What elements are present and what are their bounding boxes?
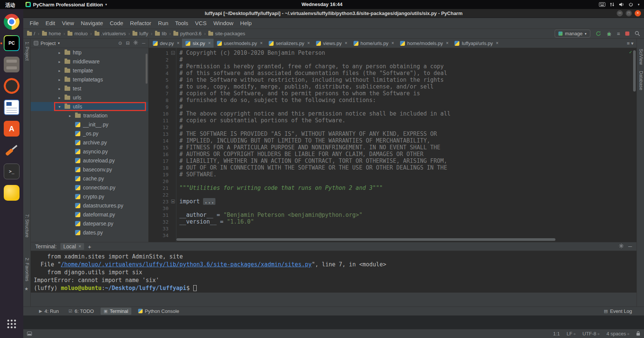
breadcrumb-item-site-packages[interactable]: site-packages bbox=[208, 31, 245, 36]
chevron-down-icon[interactable]: ▾ bbox=[638, 3, 639, 6]
keyboard-icon[interactable] bbox=[599, 2, 605, 7]
menu-item-help[interactable]: Help bbox=[237, 18, 255, 29]
chrome-icon[interactable] bbox=[3, 13, 20, 30]
inspection-status-icon[interactable]: ✓ bbox=[629, 49, 632, 55]
breadcrumb-item-[interactable]: / bbox=[27, 31, 35, 36]
toolwindow-4-run[interactable]: ▶4: Run bbox=[36, 308, 62, 315]
stop-button[interactable] bbox=[625, 32, 629, 36]
tab-six-py[interactable]: six.py× bbox=[182, 39, 213, 48]
activities-button[interactable]: 活动 bbox=[0, 0, 20, 9]
menu-item-vcs[interactable]: VCS bbox=[192, 18, 210, 29]
tab-close-icon[interactable]: × bbox=[177, 41, 179, 46]
folded-code-placeholder[interactable]: ... bbox=[203, 198, 215, 205]
tree-item-cache-py[interactable]: cache.py bbox=[31, 174, 148, 183]
tree-item-template[interactable]: ▸template bbox=[31, 66, 148, 75]
tree-collapsed-arrow-icon[interactable]: ▸ bbox=[59, 60, 65, 64]
menu-item-file[interactable]: File bbox=[26, 18, 42, 29]
tree-item-dateparse-py[interactable]: dateparse.py bbox=[31, 219, 148, 228]
tree-item-connection-py[interactable]: connection.py bbox=[31, 183, 148, 192]
tree-collapsed-arrow-icon[interactable]: ▸ bbox=[59, 51, 65, 55]
tab-views-py[interactable]: views.py× bbox=[313, 39, 350, 48]
ubuntu-software-icon[interactable]: A bbox=[3, 120, 20, 137]
toolwindow-6-todo[interactable]: ☑6: TODO bbox=[66, 308, 97, 315]
project-scrollbar[interactable] bbox=[146, 54, 147, 84]
search-everywhere-button[interactable] bbox=[635, 31, 640, 36]
fold-expand-icon[interactable]: + bbox=[170, 200, 176, 203]
libreoffice-writer-icon[interactable] bbox=[3, 99, 20, 116]
breadcrumb-item-moluo[interactable]: moluo bbox=[68, 31, 87, 36]
tree-item-archive-py[interactable]: archive.py bbox=[31, 138, 148, 147]
menu-item-window[interactable]: Window bbox=[210, 18, 236, 29]
tree-collapsed-arrow-icon[interactable]: ▸ bbox=[69, 114, 75, 118]
breadcrumb-item-luffy[interactable]: luffy bbox=[132, 31, 148, 36]
terminal-icon[interactable]: >_ bbox=[3, 163, 20, 180]
terminal-output[interactable]: from xadmin.sites import AdminSite, site… bbox=[31, 251, 636, 293]
hide-panel-button[interactable]: ─ bbox=[142, 41, 145, 46]
editor-code[interactable]: # Copyright (c) 2010-2020 Benjamin Peter… bbox=[176, 48, 636, 242]
tab-close-icon[interactable]: × bbox=[260, 41, 263, 46]
stripe-favorites[interactable]: 2: Favorites bbox=[24, 258, 30, 281]
tab-list-button[interactable]: ≡ ▾ bbox=[627, 39, 633, 48]
manage-button[interactable]: manage ▾ bbox=[555, 30, 590, 38]
tree-item-http[interactable]: ▸http bbox=[31, 48, 148, 57]
network-icon[interactable] bbox=[610, 2, 614, 7]
tab-user-models-py[interactable]: user/models.py× bbox=[214, 39, 265, 48]
screwdriver-icon[interactable] bbox=[3, 141, 20, 159]
tree-item-urls[interactable]: ▸urls bbox=[31, 93, 148, 102]
tab-home-urls-py[interactable]: home/urls.py× bbox=[350, 39, 397, 48]
toolwindow-terminal[interactable]: ▣Terminal bbox=[101, 308, 131, 315]
volume-icon[interactable] bbox=[619, 2, 624, 7]
tab-close-icon[interactable]: × bbox=[307, 41, 310, 46]
locate-file-button[interactable]: ⊙ bbox=[118, 41, 122, 46]
breadcrumb-item-virtualenvs[interactable]: .virtualenvs bbox=[95, 31, 126, 36]
tree-item-dates-py[interactable]: dates.py bbox=[31, 228, 148, 237]
editor-vertical-scrollbar[interactable] bbox=[633, 50, 636, 92]
tab-luffyapi-urls-py[interactable]: luffyapi/urls.py× bbox=[451, 39, 501, 48]
menu-item-refactor[interactable]: Refactor bbox=[126, 18, 155, 29]
menu-item-navigate[interactable]: Navigate bbox=[77, 18, 106, 29]
lock-icon[interactable] bbox=[636, 331, 640, 337]
project-view-selector[interactable]: Project ▾ bbox=[34, 41, 60, 46]
stripe-sciview[interactable]: SciView bbox=[638, 49, 644, 65]
tree-item-templatetags[interactable]: ▸templatetags bbox=[31, 75, 148, 84]
tree-item-asyncio-py[interactable]: asyncio.py bbox=[31, 147, 148, 156]
tree-item-os-py[interactable]: _os.py bbox=[31, 129, 148, 138]
new-terminal-button[interactable]: + bbox=[88, 243, 91, 250]
tab-dev-py[interactable]: dev.py× bbox=[149, 39, 182, 48]
status-lf[interactable]: LF÷ bbox=[567, 331, 576, 336]
pycharm-icon[interactable]: PC bbox=[3, 35, 20, 52]
status-4-spaces[interactable]: 4 spaces÷ bbox=[606, 331, 629, 336]
editor-horizontal-scrollbar[interactable] bbox=[176, 238, 555, 241]
collapse-all-button[interactable]: ⊟ bbox=[126, 41, 129, 46]
power-icon[interactable] bbox=[629, 2, 633, 7]
tree-collapsed-arrow-icon[interactable]: ▸ bbox=[59, 78, 65, 82]
toolwindow-python-console[interactable]: Python Console bbox=[135, 308, 182, 315]
tree-item-baseconv-py[interactable]: baseconv.py bbox=[31, 165, 148, 174]
menu-item-run[interactable]: Run bbox=[155, 18, 172, 29]
tree-item-crypto-py[interactable]: crypto.py bbox=[31, 192, 148, 201]
tab-home-models-py[interactable]: home/models.py× bbox=[397, 39, 451, 48]
tree-item-datastructures-py[interactable]: datastructures.py bbox=[31, 201, 148, 210]
tab-close-icon[interactable]: × bbox=[446, 41, 448, 46]
tree-collapsed-arrow-icon[interactable]: ▸ bbox=[59, 69, 65, 73]
terminal-settings-button[interactable] bbox=[619, 243, 624, 249]
close-button[interactable]: × bbox=[635, 10, 641, 17]
menu-item-code[interactable]: Code bbox=[106, 18, 126, 29]
maximize-button[interactable]: □ bbox=[626, 10, 632, 17]
clock[interactable]: Wednesday 16:44 bbox=[302, 0, 343, 9]
stripe-database[interactable]: Database bbox=[638, 71, 644, 90]
tree-item-init-py[interactable]: __init__.py bbox=[31, 120, 148, 129]
app-menu-button[interactable]: PyCharm Professional Edition ▾ bbox=[20, 0, 112, 9]
toolwindow-toggle-icon[interactable] bbox=[27, 332, 32, 336]
tree-item-translation[interactable]: ▸translation bbox=[31, 111, 148, 120]
tab-close-icon[interactable]: × bbox=[345, 41, 348, 46]
profiler-button[interactable]: ≡ bbox=[617, 31, 620, 37]
tree-collapsed-arrow-icon[interactable]: ▸ bbox=[59, 87, 65, 91]
status-1-1[interactable]: 1:1 bbox=[553, 331, 560, 336]
favorites-star-icon[interactable]: ★ bbox=[24, 286, 29, 291]
fold-collapse-icon[interactable]: − bbox=[170, 51, 176, 55]
tab-serializers-py[interactable]: serializers.py× bbox=[265, 39, 313, 48]
tab-close-icon[interactable]: × bbox=[208, 41, 211, 46]
hide-terminal-button[interactable]: ─ bbox=[628, 243, 632, 249]
files-icon[interactable] bbox=[3, 56, 20, 73]
